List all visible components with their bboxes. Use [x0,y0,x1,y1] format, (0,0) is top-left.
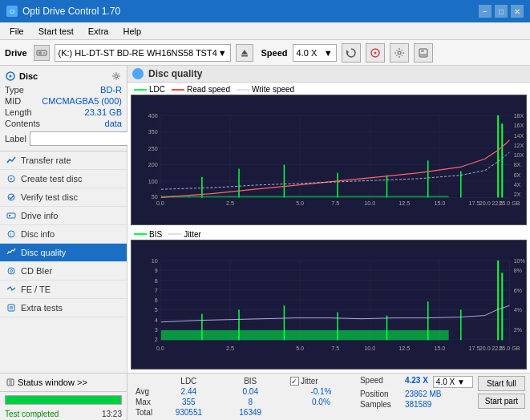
drive-select[interactable]: (K:) HL-DT-ST BD-RE WH16NS58 TST4 ▼ [55,44,231,62]
disc-mid-row: MID CMCMAGBA5 (000) [5,96,122,106]
svg-rect-125 [238,309,240,340]
svg-text:5.0: 5.0 [296,200,304,207]
start-full-button[interactable]: Start full [478,376,525,391]
disc-panel: Disc Type BD-R MID CMCMAGBA5 (000) Lengt… [0,66,127,151]
svg-rect-75 [284,164,285,197]
svg-point-24 [8,268,14,274]
progress-bar-container [5,395,122,405]
legend-jitter: Jitter [168,230,201,239]
col-ldc: LDC [156,376,221,386]
bis-chart: 10 9 8 7 6 5 4 3 2 10% 8% 6% 4% 2% 0.0 2… [131,240,527,370]
nav-label-disc-quality: Disc quality [21,248,66,257]
sidebar-item-create-test-disc[interactable]: Create test disc [0,170,127,188]
eject-button[interactable] [236,44,253,62]
disc-length-value: 23.31 GB [85,107,122,117]
maximize-button[interactable]: □ [495,5,508,18]
svg-text:2%: 2% [514,327,523,333]
drive-select-text: (K:) HL-DT-ST BD-RE WH16NS58 TST4 [59,48,217,58]
close-button[interactable]: ✕ [511,5,524,18]
chart2-legend: BIS Jitter [131,229,527,240]
disc-label-row: Label [5,131,122,146]
svg-text:350: 350 [148,129,158,135]
sidebar-item-drive-info[interactable]: Drive info [0,207,127,225]
status-text-row: Test completed 13:23 [0,408,127,420]
speed-select[interactable]: 4.0 X ▼ [293,44,337,62]
nav-label-drive-info: Drive info [21,211,58,220]
svg-text:4X: 4X [514,182,521,188]
disc-contents-row: Contents data [5,119,122,128]
menu-file[interactable]: File [3,25,30,38]
drive-icon [34,45,50,61]
content-title: Disc quality [148,68,202,79]
total-jitter [287,407,355,418]
verify-test-disc-icon [6,192,16,202]
sidebar-item-disc-info[interactable]: i Disc info [0,225,127,244]
sidebar-item-transfer-rate[interactable]: Transfer rate [0,151,127,170]
title-bar-controls: − □ ✕ [479,5,524,18]
svg-text:100: 100 [148,179,158,185]
avg-jitter: -0.1% [287,386,355,397]
svg-rect-20 [7,213,15,218]
disc-settings-icon [111,71,122,82]
disc-label-input[interactable] [30,131,133,146]
minimize-button[interactable]: − [479,5,492,18]
menu-bar: File Start test Extra Help [0,22,530,40]
svg-text:8X: 8X [514,162,521,168]
sidebar-item-cd-bier[interactable]: CD BIer [0,262,127,281]
samples-row: Samples 381589 [360,400,473,409]
legend-write-speed: Write speed [237,85,294,94]
disc-button[interactable] [366,43,385,63]
disc-mid-value: CMCMAGBA5 (000) [42,96,122,106]
legend-ldc: LDC [134,85,165,94]
svg-rect-124 [201,313,203,340]
total-bis: 16349 [222,407,279,418]
samples-label: Samples [360,400,400,409]
speed-text-label: Speed [360,376,400,388]
disc-type-row: Type BD-R [5,85,122,95]
sidebar-item-extra-tests[interactable]: Extra tests [0,299,127,317]
speed-current: 4.23 X [405,376,428,388]
status-window-label: Status window >> [18,378,87,387]
svg-text:7: 7 [155,287,158,293]
nav-label-disc-info: Disc info [21,229,55,239]
legend-bis: BIS [134,230,162,239]
status-window-button[interactable]: Status window >> [0,374,127,392]
svg-rect-11 [420,54,427,56]
menu-help[interactable]: Help [116,25,148,38]
svg-rect-10 [421,49,424,52]
ldc-chart: 400 350 250 200 100 50 18X 16X 14X 12X 1… [131,95,527,225]
jitter-checkbox[interactable]: ✓ [290,377,299,386]
svg-text:17.5: 17.5 [468,200,479,207]
svg-text:0.0: 0.0 [156,345,164,351]
sidebar-item-verify-test-disc[interactable]: Verify test disc [0,188,127,207]
status-bar: Status window >> Test completed 13:23 [0,373,127,420]
settings-button[interactable] [390,43,409,63]
svg-text:14X: 14X [514,133,524,139]
svg-text:0.0: 0.0 [156,200,164,207]
svg-point-18 [10,178,12,180]
menu-start-test[interactable]: Start test [32,25,80,38]
transfer-rate-icon [6,155,16,165]
nav-label-transfer-rate: Transfer rate [21,155,71,165]
svg-rect-4 [241,55,248,57]
disc-type-label: Type [5,85,24,95]
save-button[interactable] [414,43,433,63]
svg-text:15.0: 15.0 [434,345,445,351]
refresh-button[interactable] [342,43,361,63]
sidebar-item-fe-te[interactable]: FE / TE [0,281,127,299]
svg-rect-74 [238,169,240,198]
main-layout: Disc Type BD-R MID CMCMAGBA5 (000) Lengt… [0,66,530,420]
speed-selector[interactable]: 4.0 X ▼ [433,376,473,388]
start-part-button[interactable]: Start part [478,394,525,409]
svg-text:3: 3 [155,327,158,333]
svg-text:200: 200 [148,162,158,168]
stats-row-avg: Avg 2.44 0.04 -0.1% [132,386,355,397]
drive-info-icon [6,211,16,220]
disc-contents-value: data [105,119,122,128]
svg-text:7.5: 7.5 [331,200,339,207]
svg-point-8 [398,51,401,55]
speed-label: Speed [261,48,288,58]
menu-extra[interactable]: Extra [82,25,115,38]
content-header-icon [132,68,144,79]
sidebar-item-disc-quality[interactable]: Disc quality [0,244,127,262]
